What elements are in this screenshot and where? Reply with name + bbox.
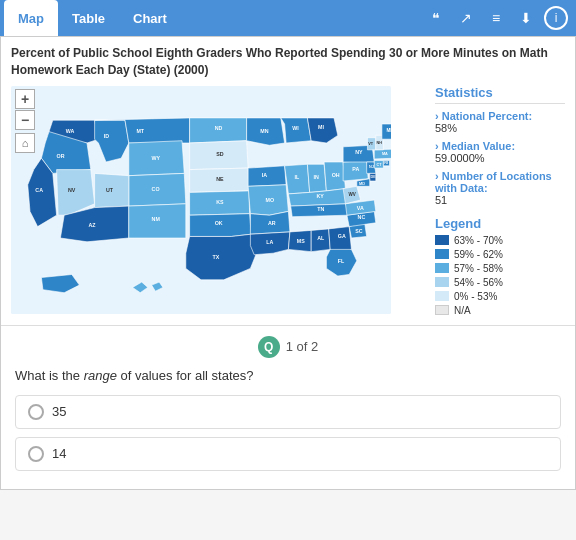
- svg-text:SC: SC: [355, 227, 363, 233]
- map-section: Percent of Public School Eighth Graders …: [1, 37, 575, 326]
- tab-chart[interactable]: Chart: [119, 0, 181, 36]
- share-icon[interactable]: ↗: [454, 6, 478, 30]
- tab-table[interactable]: Table: [58, 0, 119, 36]
- svg-text:VT: VT: [368, 142, 374, 146]
- svg-text:OR: OR: [57, 153, 65, 159]
- legend-item-5: N/A: [435, 305, 565, 316]
- quote-icon[interactable]: ❝: [424, 6, 448, 30]
- zoom-out-button[interactable]: −: [15, 110, 35, 130]
- legend-item-0: 63% - 70%: [435, 235, 565, 246]
- svg-text:CA: CA: [35, 187, 43, 193]
- svg-text:MO: MO: [266, 196, 275, 202]
- svg-text:PA: PA: [352, 166, 359, 172]
- svg-text:ME: ME: [386, 128, 391, 133]
- statistics-title: Statistics: [435, 85, 565, 104]
- quiz-question: What is the range of values for all stat…: [15, 368, 561, 383]
- svg-text:NH: NH: [377, 140, 383, 144]
- quiz-section: Q 1 of 2 What is the range of values for…: [1, 326, 575, 489]
- svg-text:CT: CT: [377, 162, 383, 166]
- download-icon[interactable]: ⬇: [514, 6, 538, 30]
- svg-text:NV: NV: [68, 187, 76, 193]
- svg-text:GA: GA: [338, 233, 346, 239]
- tab-map[interactable]: Map: [4, 0, 58, 36]
- svg-text:LA: LA: [266, 239, 273, 245]
- stat-locations-label: › Number of Locations with Data:: [435, 170, 565, 194]
- svg-text:AZ: AZ: [89, 221, 97, 227]
- svg-text:WA: WA: [66, 128, 75, 134]
- svg-text:ID: ID: [104, 132, 109, 138]
- us-map[interactable]: WA OR CA NV ID MT WY CO UT AZ NM ND SD N…: [11, 85, 391, 315]
- svg-text:ND: ND: [215, 125, 223, 131]
- svg-text:AL: AL: [317, 235, 325, 241]
- svg-text:RI: RI: [384, 160, 388, 164]
- svg-text:MD: MD: [359, 181, 365, 185]
- answer-text-1: 14: [52, 446, 66, 461]
- svg-text:NY: NY: [355, 149, 363, 155]
- svg-text:WY: WY: [152, 154, 161, 160]
- legend-item-3: 54% - 56%: [435, 277, 565, 288]
- svg-text:WI: WI: [292, 125, 299, 131]
- svg-text:NJ: NJ: [369, 165, 374, 169]
- stat-median: › Median Value: 59.0000%: [435, 140, 565, 164]
- svg-text:IA: IA: [262, 172, 267, 178]
- answer-radio-1[interactable]: [28, 446, 44, 462]
- legend-title: Legend: [435, 216, 565, 231]
- legend-label-4: 0% - 53%: [454, 291, 497, 302]
- svg-text:OH: OH: [332, 172, 340, 178]
- stat-locations: › Number of Locations with Data: 51: [435, 170, 565, 206]
- svg-text:FL: FL: [338, 258, 345, 264]
- svg-text:NM: NM: [152, 216, 161, 222]
- zoom-in-button[interactable]: +: [15, 89, 35, 109]
- svg-text:MA: MA: [382, 152, 388, 156]
- home-button[interactable]: ⌂: [15, 133, 35, 153]
- svg-text:AR: AR: [268, 220, 276, 226]
- info-icon[interactable]: i: [544, 6, 568, 30]
- svg-text:DE: DE: [370, 175, 376, 179]
- answer-option-0[interactable]: 35: [15, 395, 561, 429]
- quiz-icon: Q: [258, 336, 280, 358]
- legend-item-2: 57% - 58%: [435, 263, 565, 274]
- svg-text:SD: SD: [216, 151, 224, 157]
- stat-national-value: 58%: [435, 122, 565, 134]
- svg-text:VA: VA: [357, 204, 364, 210]
- stat-national-label: › National Percent:: [435, 110, 565, 122]
- map-container: + − ⌂: [11, 85, 427, 319]
- svg-text:MI: MI: [318, 123, 324, 129]
- quiz-header: Q 1 of 2: [15, 336, 561, 358]
- svg-text:TX: TX: [212, 254, 219, 260]
- svg-text:CO: CO: [152, 185, 160, 191]
- map-body: + − ⌂: [11, 85, 565, 319]
- svg-text:MS: MS: [297, 237, 305, 243]
- svg-text:IL: IL: [294, 174, 299, 180]
- legend-color-1: [435, 249, 449, 259]
- answer-radio-0[interactable]: [28, 404, 44, 420]
- svg-text:OK: OK: [215, 220, 223, 226]
- legend-label-2: 57% - 58%: [454, 263, 503, 274]
- main-content: Percent of Public School Eighth Graders …: [0, 36, 576, 490]
- answer-text-0: 35: [52, 404, 66, 419]
- svg-text:NC: NC: [358, 214, 366, 220]
- legend-color-2: [435, 263, 449, 273]
- legend-label-0: 63% - 70%: [454, 235, 503, 246]
- legend-color-4: [435, 291, 449, 301]
- legend-label-3: 54% - 56%: [454, 277, 503, 288]
- svg-text:TN: TN: [317, 206, 324, 212]
- legend-item-1: 59% - 62%: [435, 249, 565, 260]
- svg-text:MT: MT: [136, 128, 144, 134]
- svg-text:WV: WV: [348, 192, 355, 197]
- stat-national-percent: › National Percent: 58%: [435, 110, 565, 134]
- svg-text:KY: KY: [317, 193, 325, 199]
- quiz-counter: 1 of 2: [286, 339, 319, 354]
- map-controls: + − ⌂: [15, 89, 35, 153]
- answer-option-1[interactable]: 14: [15, 437, 561, 471]
- legend-color-5: [435, 305, 449, 315]
- legend-label-1: 59% - 62%: [454, 249, 503, 260]
- stats-panel: Statistics › National Percent: 58% › Med…: [435, 85, 565, 319]
- legend-color-0: [435, 235, 449, 245]
- list-icon[interactable]: ≡: [484, 6, 508, 30]
- toolbar-icons: ❝ ↗ ≡ ⬇ i: [424, 6, 572, 30]
- legend-item-4: 0% - 53%: [435, 291, 565, 302]
- quiz-question-italic: range: [84, 368, 117, 383]
- legend-label-5: N/A: [454, 305, 471, 316]
- svg-text:MN: MN: [260, 128, 268, 134]
